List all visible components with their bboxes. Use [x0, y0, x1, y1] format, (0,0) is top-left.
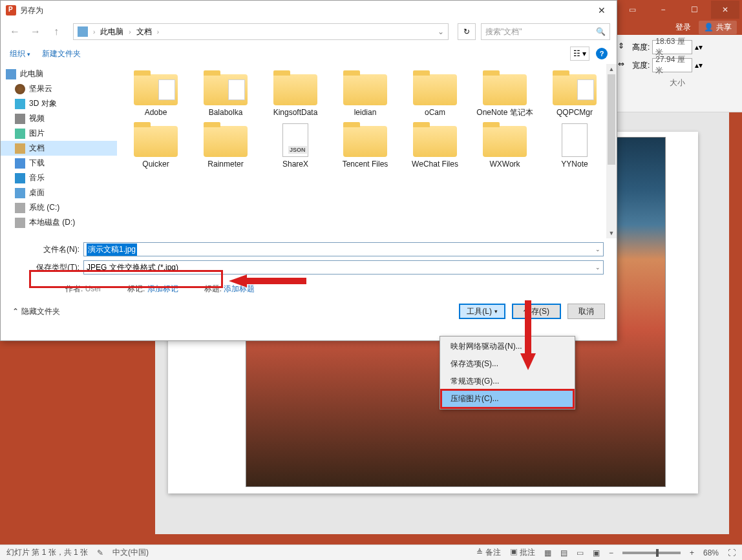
sidebar-item[interactable]: 坚果云 [1, 81, 117, 96]
sidebar-item[interactable]: 视频 [1, 111, 117, 126]
file-item[interactable]: OneNote 笔记本 [472, 70, 537, 117]
file-item[interactable]: KingsoftData [263, 70, 328, 117]
file-item[interactable]: JSONShareX [263, 122, 328, 169]
cancel-button[interactable]: 取消 [567, 304, 605, 319]
sidebar-item[interactable]: 文档 [1, 141, 117, 156]
scrollbar[interactable]: ▲ ▼ [606, 64, 617, 238]
file-item[interactable]: leidian [333, 70, 398, 117]
scroll-down-icon[interactable]: ▼ [606, 228, 617, 238]
comments-button[interactable]: ▣ 批注 [510, 547, 535, 558]
menu-item[interactable]: 保存选项(S)... [441, 355, 573, 373]
file-item[interactable]: QQPCMgr [542, 70, 607, 117]
file-item[interactable]: Rainmeter [193, 122, 258, 169]
view-reading-icon[interactable]: ▭ [577, 548, 584, 557]
author-value[interactable]: User [85, 284, 101, 293]
file-item[interactable]: oCam [403, 70, 467, 117]
zoom-in-icon[interactable]: + [690, 548, 694, 557]
zoom-out-icon[interactable]: − [609, 548, 613, 557]
view-normal-icon[interactable]: ▦ [544, 548, 551, 557]
filename-input[interactable]: 演示文稿1.jpg ⌄ [83, 242, 604, 256]
file-item[interactable]: YYNote [542, 122, 607, 169]
folder-icon [15, 188, 25, 198]
height-input[interactable]: 18.63 厘米 [652, 40, 692, 54]
chevron-down-icon[interactable]: ⌄ [595, 246, 600, 253]
back-button[interactable]: ← [7, 24, 23, 39]
breadcrumb-root[interactable]: 此电脑 [100, 26, 123, 37]
breadcrumb-folder[interactable]: 文档 [136, 26, 152, 37]
search-input[interactable]: 搜索"文档" 🔍 [481, 23, 610, 40]
chevron-down-icon[interactable]: ⌄ [438, 27, 444, 36]
chevron-right-icon[interactable]: › [90, 28, 98, 36]
sidebar-item[interactable]: 下载 [1, 156, 117, 171]
file-label: Balabolka [209, 108, 243, 117]
close-button[interactable]: ✕ [711, 1, 739, 19]
width-input[interactable]: 27.94 厘米 [652, 58, 692, 72]
spinner-icon[interactable]: ▴▾ [695, 61, 703, 70]
file-item[interactable]: WeChat Files [403, 122, 467, 169]
sidebar-item[interactable]: 音乐 [1, 171, 117, 185]
new-folder-button[interactable]: 新建文件夹 [42, 48, 81, 59]
sidebar-item[interactable]: 图片 [1, 126, 117, 141]
view-sorter-icon[interactable]: ▤ [560, 548, 567, 557]
folder-icon [134, 126, 178, 157]
dialog-toolbar: 组织 新建文件夹 ☷ ▾ ? [1, 43, 617, 64]
file-label: KingsoftData [273, 108, 318, 117]
login-link[interactable]: 登录 [675, 22, 691, 33]
up-button[interactable]: ↑ [48, 24, 64, 39]
view-mode-button[interactable]: ☷ ▾ [570, 47, 589, 61]
height-label: 高度: [632, 42, 650, 53]
chevron-down-icon[interactable]: ⌄ [595, 264, 600, 271]
chevron-right-icon[interactable]: › [126, 28, 133, 36]
tools-button[interactable]: 工具(L) [459, 304, 505, 319]
sidebar-item[interactable]: 系统 (C:) [1, 200, 117, 215]
spinner-icon[interactable]: ▴▾ [695, 43, 703, 52]
help-button[interactable]: ? [596, 48, 608, 59]
file-item[interactable]: WXWork [472, 122, 537, 169]
scroll-thumb[interactable] [608, 74, 615, 165]
view-slideshow-icon[interactable]: ▣ [593, 548, 600, 557]
sidebar-item[interactable]: 3D 对象 [1, 96, 117, 111]
refresh-button[interactable]: ↻ [458, 23, 476, 40]
title-meta-label: 标题: [204, 284, 222, 293]
notes-button[interactable]: ≜ 备注 [476, 547, 500, 558]
sidebar-item[interactable]: 此电脑 [1, 67, 117, 81]
menu-item[interactable]: 压缩图片(C)... [440, 389, 575, 409]
tags-add-link[interactable]: 添加标记 [147, 284, 178, 293]
filetype-select[interactable]: JPEG 文件交换格式 (*.jpg) ⌄ [83, 260, 604, 275]
chevron-right-icon[interactable]: › [154, 28, 162, 36]
file-label: QQPCMgr [556, 108, 593, 117]
menu-item[interactable]: 映射网络驱动器(N)... [441, 338, 573, 355]
dialog-close-button[interactable]: ✕ [592, 3, 611, 18]
language-indicator[interactable]: 中文(中国) [112, 547, 149, 558]
save-as-dialog: 另存为 ✕ ← → ↑ › 此电脑 › 文档 › ⌄ ↻ 搜索"文档" 🔍 组织… [0, 0, 617, 341]
maximize-button[interactable]: ☐ [680, 1, 708, 19]
zoom-slider[interactable] [622, 552, 681, 554]
share-button[interactable]: 👤 共享 [699, 21, 737, 34]
powerpoint-icon [6, 5, 16, 16]
scroll-up-icon[interactable]: ▲ [606, 64, 617, 74]
organize-button[interactable]: 组织 [10, 48, 30, 59]
ribbon-options-icon[interactable]: ▭ [618, 1, 646, 19]
zoom-percent[interactable]: 68% [703, 548, 719, 557]
file-item[interactable]: Tencent Files [333, 122, 398, 169]
save-button[interactable]: 保存(S) [512, 304, 561, 319]
breadcrumb[interactable]: › 此电脑 › 文档 › ⌄ [73, 23, 449, 40]
hide-folders-toggle[interactable]: ⌃ 隐藏文件夹 [12, 306, 60, 317]
menu-item[interactable]: 常规选项(G)... [441, 373, 573, 390]
file-item[interactable]: Balabolka [193, 70, 258, 117]
sidebar-item[interactable]: 本地磁盘 (D:) [1, 215, 117, 230]
file-item[interactable]: Adobe [123, 70, 188, 117]
forward-button[interactable]: → [28, 24, 43, 39]
folder-icon [413, 126, 457, 157]
filename-label: 文件名(N): [33, 244, 80, 255]
sidebar-label: 3D 对象 [29, 98, 57, 109]
sidebar-item[interactable]: 桌面 [1, 185, 117, 200]
minimize-button[interactable]: − [649, 1, 677, 19]
file-item[interactable]: Quicker [123, 122, 188, 169]
file-label: Quicker [142, 160, 169, 169]
fit-window-icon[interactable]: ⛶ [728, 548, 736, 557]
folder-icon [483, 126, 527, 157]
folder-icon [6, 69, 16, 79]
spellcheck-icon[interactable]: ✎ [97, 548, 103, 557]
title-add-link[interactable]: 添加标题 [224, 284, 255, 293]
